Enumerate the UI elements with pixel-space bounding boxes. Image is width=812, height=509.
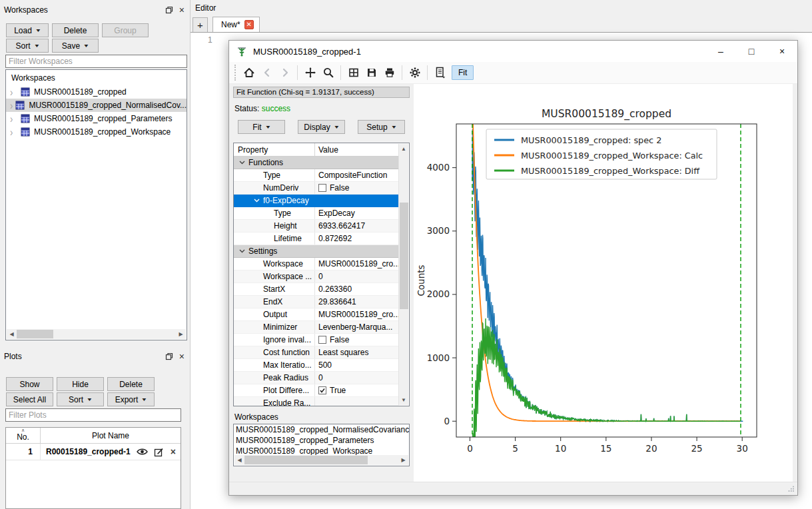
muon-fit-plot[interactable]: 05101520253001000200030004000MUSR0001518… (414, 84, 793, 482)
close-plot-icon[interactable]: × (171, 446, 176, 457)
checkbox-checked[interactable] (318, 386, 326, 394)
plots-export-button[interactable]: Export▼ (107, 392, 155, 406)
scroll-right-icon[interactable]: ▶ (176, 331, 186, 337)
print-icon[interactable] (380, 64, 398, 82)
fit-workspaces-hscrollbar[interactable]: ◀ ▶ (234, 455, 408, 465)
generate-script-icon[interactable] (431, 64, 449, 82)
plots-select-all-button[interactable]: Select All (6, 392, 53, 406)
property-row-exclude-ra[interactable]: Exclude Ra... (234, 397, 399, 406)
fit-toggle-button[interactable]: Fit (452, 65, 474, 80)
column-header-plot-name[interactable]: Plot Name (41, 428, 181, 443)
workspaces-load-button[interactable]: Load▼ (6, 23, 49, 37)
plot-canvas[interactable]: 05101520253001000200030004000MUSR0001518… (414, 84, 793, 482)
save-icon[interactable] (362, 64, 380, 82)
plots-hide-button[interactable]: Hide (57, 377, 104, 391)
expand-chevron-icon[interactable]: › (10, 126, 19, 138)
property-row-endx[interactable]: EndX29.836641 (234, 296, 399, 308)
expand-chevron-icon[interactable]: › (10, 86, 19, 98)
workspace-tree-item[interactable]: ›MUSR00015189_cropped_Parameters (6, 112, 187, 125)
new-tab-button[interactable]: + (193, 17, 208, 32)
output-workspace-item[interactable]: MUSR00015189_cropped_NormalisedCovarianc (234, 424, 409, 435)
show-plot-eye-icon[interactable] (137, 447, 148, 456)
home-icon[interactable] (240, 64, 258, 82)
workspaces-save-button[interactable]: Save▼ (52, 39, 99, 53)
plot-legend[interactable]: MUSR00015189_cropped: spec 2MUSR00015189… (486, 129, 717, 179)
property-row-minimizer[interactable]: MinimizerLevenberg-Marqua... (234, 321, 399, 334)
collapse-chevron-icon[interactable] (239, 161, 245, 165)
editor-dock-title: Editor (191, 0, 812, 15)
fit-panel-fit-button[interactable]: Fit▼ (238, 120, 285, 134)
scroll-up-icon[interactable]: ▲ (399, 144, 408, 154)
workspaces-sort-label: Sort (16, 41, 31, 51)
workspaces-delete-button[interactable]: Delete (52, 23, 99, 37)
tab-close-icon[interactable]: ✕ (244, 20, 254, 29)
property-row-peak-radius[interactable]: Peak Radius0 (234, 372, 399, 384)
float-dock-icon[interactable] (165, 352, 173, 360)
checkbox-unchecked[interactable] (318, 336, 326, 344)
scroll-right-icon[interactable]: ▶ (398, 457, 408, 463)
property-row-type[interactable]: TypeCompositeFunction (234, 169, 399, 182)
plot-list-row[interactable]: 1R00015189_cropped-1× (6, 444, 181, 460)
workspaces-tree-header: Workspaces (6, 70, 187, 85)
plots-delete-button[interactable]: Delete (107, 377, 155, 391)
checkbox-unchecked[interactable] (318, 184, 326, 192)
workspaces-sort-button[interactable]: Sort▼ (6, 39, 49, 53)
output-workspace-item[interactable]: MUSR00015189_cropped_Parameters (234, 435, 409, 446)
back-icon[interactable] (258, 64, 276, 82)
property-row-type[interactable]: TypeExpDecay (234, 207, 399, 220)
line-number: 1 (208, 35, 212, 45)
property-row-workspace[interactable]: WorkspaceMUSR00015189_cro... (234, 258, 399, 270)
minimize-button[interactable]: – (705, 41, 736, 62)
property-row-height[interactable]: Height6933.662417 (234, 220, 399, 233)
maximize-button[interactable]: □ (736, 41, 767, 62)
workspaces-group-button[interactable]: Group (102, 23, 149, 37)
property-section-functions[interactable]: Functions (234, 157, 399, 169)
resize-grip-icon[interactable] (787, 485, 795, 492)
property-row-workspace[interactable]: Workspace ...0 (234, 270, 399, 283)
workspace-tree-item[interactable]: ›MUSR00015189_cropped_Workspace (6, 125, 187, 139)
fit-panel-setup-button[interactable]: Setup▼ (358, 120, 405, 134)
figure-titlebar[interactable]: MUSR00015189_cropped-1 – □ × (229, 41, 797, 62)
plots-sort-button[interactable]: Sort▼ (57, 392, 104, 406)
collapse-chevron-icon[interactable] (254, 199, 260, 203)
close-dock-icon[interactable]: × (179, 6, 185, 14)
expand-chevron-icon[interactable]: › (10, 113, 19, 125)
expand-chevron-icon[interactable]: › (10, 99, 14, 111)
workspace-tree-item[interactable]: ›MUSR00015189_cropped (6, 85, 187, 99)
y-axis-label: Counts (416, 264, 426, 296)
filter-workspaces-input[interactable] (5, 55, 187, 68)
property-row-ignore-inval[interactable]: Ignore inval...False (234, 334, 399, 346)
scroll-left-icon[interactable]: ◀ (7, 331, 17, 337)
property-row-output[interactable]: OutputMUSR00015189_cro... (234, 308, 399, 321)
toolbar-grip[interactable] (234, 65, 236, 81)
zoom-icon[interactable] (319, 64, 337, 82)
property-row-max-iteratio[interactable]: Max Iteratio...500 (234, 359, 399, 372)
collapse-chevron-icon[interactable] (239, 249, 245, 253)
workspace-tree-item[interactable]: ›MUSR00015189_cropped_NormalisedCov... (6, 99, 187, 112)
pan-icon[interactable] (301, 64, 319, 82)
subplots-icon[interactable] (344, 64, 362, 82)
scroll-down-icon[interactable]: ▼ (399, 395, 408, 405)
plots-show-button[interactable]: Show (6, 377, 53, 391)
workspaces-tree-hscrollbar[interactable]: ◀ ▶ (7, 329, 186, 339)
close-dock-icon[interactable]: × (179, 352, 185, 360)
float-dock-icon[interactable] (165, 6, 173, 14)
property-row-numderiv[interactable]: NumDerivFalse (234, 182, 399, 195)
column-header-no[interactable]: ∧ No. (6, 428, 41, 443)
property-section-settings[interactable]: Settings (234, 245, 399, 258)
fit-panel-display-button[interactable]: Display▼ (298, 120, 345, 134)
property-row-lifetime[interactable]: Lifetime0.872692 (234, 233, 399, 245)
tab-new[interactable]: New* ✕ (212, 17, 260, 32)
forward-icon[interactable] (276, 64, 294, 82)
filter-plots-input[interactable] (5, 408, 181, 422)
function-group-f0-expdecay[interactable]: f0-ExpDecay (234, 195, 399, 207)
rename-plot-icon[interactable] (154, 447, 164, 457)
property-row-startx[interactable]: StartX0.263360 (234, 283, 399, 296)
close-button[interactable]: × (767, 41, 797, 62)
property-row-plot-differe[interactable]: Plot Differe...True (234, 384, 399, 397)
customize-gear-icon[interactable] (406, 64, 424, 82)
property-grid-vscrollbar[interactable]: ▲ ▼ (398, 144, 408, 405)
scroll-left-icon[interactable]: ◀ (234, 457, 244, 463)
property-row-cost-function[interactable]: Cost functionLeast squares (234, 346, 399, 359)
property-label: Plot Differe... (234, 384, 315, 396)
